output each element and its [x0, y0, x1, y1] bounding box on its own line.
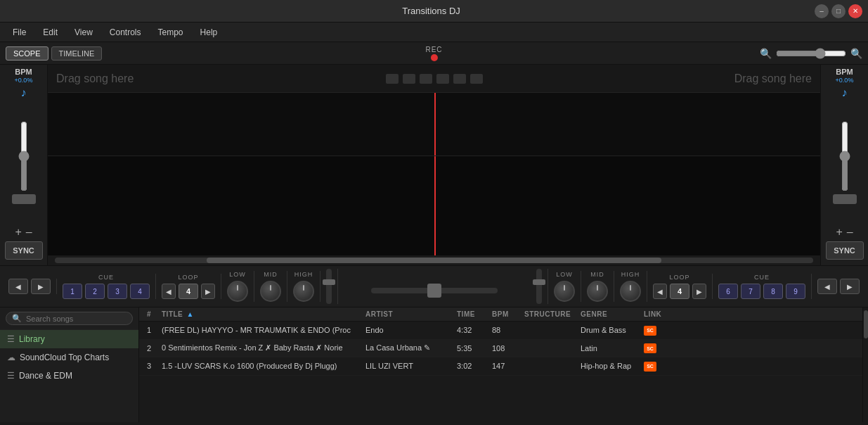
- left-high-knob[interactable]: [293, 281, 314, 302]
- zoom-out-icon[interactable]: 🔍: [760, 48, 772, 59]
- table-row[interactable]: 3 1.5 -LUV SCARS K.o 1600 (Produced By D…: [139, 357, 862, 376]
- timeline-tab[interactable]: TIMELINE: [51, 46, 103, 61]
- right-pitch-handle[interactable]: [833, 194, 857, 204]
- header-artist[interactable]: ARTIST: [363, 310, 454, 318]
- right-high-label: HIGH: [621, 271, 640, 278]
- right-cue-btn-7[interactable]: 7: [741, 284, 760, 299]
- rec-area: REC: [425, 46, 442, 61]
- zoom-in-icon[interactable]: 🔍: [850, 48, 862, 59]
- waveform-scrollbar[interactable]: [48, 255, 820, 265]
- minimize-button[interactable]: –: [815, 4, 829, 18]
- drag-song-left[interactable]: Drag song here: [56, 72, 380, 85]
- search-input[interactable]: [26, 315, 117, 323]
- table-row[interactable]: 1 (FREE DL) HAYYYO - MR TRAUMATIK & ENDO…: [139, 322, 862, 340]
- right-bpm-label: BPM: [836, 68, 853, 76]
- right-cue-row: 6 7 8 9: [718, 284, 805, 299]
- waveform-lower[interactable]: [48, 156, 820, 255]
- beat-box-1: [386, 74, 399, 84]
- left-sync-button[interactable]: SYNC: [5, 241, 43, 260]
- left-vol-thumb[interactable]: [323, 279, 335, 285]
- left-plus-minus: + –: [15, 226, 32, 239]
- tracklist-scrollbar[interactable]: [862, 307, 868, 422]
- right-minus-btn[interactable]: –: [847, 226, 853, 239]
- track-link-2[interactable]: SC: [641, 343, 683, 354]
- zoom-slider[interactable]: [776, 48, 846, 59]
- left-pitch-slider-container: [12, 102, 36, 226]
- right-loop-section: LOOP ◀ 4 ▶: [647, 274, 713, 299]
- track-artist-1: Endo: [363, 326, 454, 334]
- header-time: TIME: [454, 310, 489, 318]
- waveform-upper[interactable]: [48, 93, 820, 156]
- waveform-center: Drag song here Drag song here: [48, 65, 820, 265]
- track-artist-3: LIL UZI VERT: [363, 362, 454, 370]
- right-sync-button[interactable]: SYNC: [826, 241, 864, 260]
- sidebar-item-soundcloud[interactable]: ☁ SoundCloud Top Charts: [0, 348, 138, 367]
- right-cue-btn-6[interactable]: 6: [718, 284, 738, 299]
- drag-song-right[interactable]: Drag song here: [488, 72, 812, 85]
- right-cue-section: CUE 6 7 8 9: [713, 274, 812, 299]
- menu-edit[interactable]: Edit: [36, 25, 65, 40]
- left-transport-section: ◀ ▶: [3, 279, 57, 294]
- right-play-button[interactable]: ▶: [840, 279, 860, 294]
- right-vol-thumb[interactable]: [533, 279, 545, 285]
- track-link-1[interactable]: SC: [641, 325, 683, 336]
- left-loop-label: LOOP: [178, 274, 198, 281]
- left-loop-next[interactable]: ▶: [201, 284, 215, 299]
- left-pitch-note: ♪: [21, 87, 27, 99]
- track-num-3: 3: [139, 362, 159, 370]
- right-high-knob[interactable]: [620, 281, 641, 302]
- close-button[interactable]: ✕: [848, 4, 862, 18]
- left-plus-btn[interactable]: +: [15, 226, 21, 239]
- track-genre-3: Hip-hop & Rap: [578, 362, 641, 370]
- left-loop-prev[interactable]: ◀: [162, 284, 176, 299]
- crossfader-thumb[interactable]: [427, 284, 441, 298]
- rec-dot[interactable]: [431, 54, 438, 61]
- left-prev-button[interactable]: ◀: [8, 279, 28, 294]
- right-low-knob[interactable]: [554, 281, 575, 302]
- left-cue-btn-2[interactable]: 2: [85, 284, 105, 299]
- sidebar-library-label: Library: [19, 334, 45, 344]
- table-row[interactable]: 2 0 Sentimientos Remix - Jon Z ✗ Baby Ra…: [139, 340, 862, 358]
- menu-tempo[interactable]: Tempo: [151, 25, 190, 40]
- right-prev-button[interactable]: ◀: [817, 279, 837, 294]
- menu-file[interactable]: File: [6, 25, 33, 40]
- right-plus-btn[interactable]: +: [836, 226, 842, 239]
- left-loop-row: ◀ 4 ▶: [162, 284, 215, 299]
- left-bpm-label: BPM: [15, 68, 32, 76]
- right-mid-knob[interactable]: [587, 281, 608, 302]
- right-cue-btn-8[interactable]: 8: [763, 284, 783, 299]
- left-pitch-handle[interactable]: [12, 194, 36, 204]
- left-vol-fader: [326, 269, 332, 304]
- right-loop-next[interactable]: ▶: [692, 284, 706, 299]
- right-loop-prev[interactable]: ◀: [653, 284, 667, 299]
- right-pitch-slider[interactable]: [838, 121, 852, 191]
- tracklist-scrollbar-thumb[interactable]: [864, 310, 868, 338]
- right-mid-label: MID: [590, 271, 604, 278]
- scope-tab[interactable]: SCOPE: [6, 46, 48, 61]
- left-pitch-slider[interactable]: [17, 121, 31, 191]
- track-bpm-3: 147: [489, 362, 522, 370]
- sidebar-item-library[interactable]: ☰ Library: [0, 330, 138, 348]
- left-play-button[interactable]: ▶: [31, 279, 51, 294]
- track-time-1: 4:32: [454, 326, 489, 334]
- left-transport-row: ◀ ▶: [8, 279, 51, 294]
- menu-controls[interactable]: Controls: [103, 25, 148, 40]
- left-mid-section: MID: [254, 271, 287, 302]
- menu-help[interactable]: Help: [193, 25, 225, 40]
- maximize-button[interactable]: □: [831, 4, 846, 18]
- crossfader-track: [371, 288, 498, 293]
- left-cue-row: 1 2 3 4: [63, 284, 150, 299]
- left-cue-btn-4[interactable]: 4: [130, 284, 150, 299]
- title-sort-arrow[interactable]: ▲: [187, 310, 194, 318]
- sidebar-item-dance-edm[interactable]: ☰ Dance & EDM: [0, 367, 138, 385]
- left-cue-btn-1[interactable]: 1: [63, 284, 82, 299]
- left-low-knob[interactable]: [227, 281, 248, 302]
- scrollbar-thumb[interactable]: [207, 258, 661, 263]
- deck-area: BPM +0.0% ♪ + – SYNC Drag song here Drag…: [0, 65, 868, 265]
- left-minus-btn[interactable]: –: [26, 226, 32, 239]
- left-mid-knob[interactable]: [260, 281, 281, 302]
- track-link-3[interactable]: SC: [641, 361, 683, 372]
- right-cue-btn-9[interactable]: 9: [786, 284, 805, 299]
- left-cue-btn-3[interactable]: 3: [108, 284, 127, 299]
- menu-view[interactable]: View: [67, 25, 100, 40]
